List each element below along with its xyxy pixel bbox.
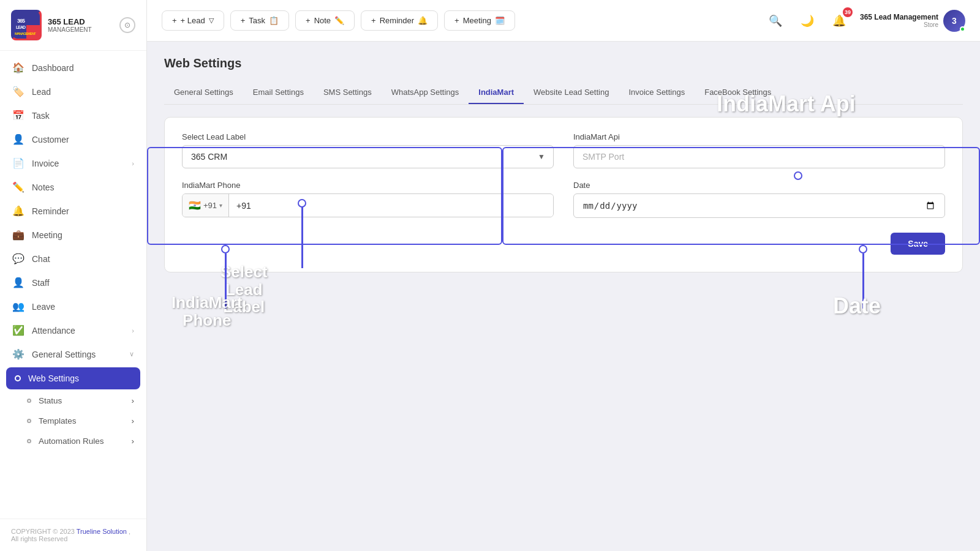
add-meeting-label: Meeting <box>463 16 491 25</box>
sidebar-item-task[interactable]: 📅 Task <box>0 103 146 127</box>
sidebar-item-label: Dashboard <box>32 63 74 73</box>
chevron-right-icon: › <box>132 327 134 334</box>
sidebar-item-notes[interactable]: ✏️ Notes <box>0 175 146 199</box>
status-dot-icon <box>27 399 31 403</box>
select-lead-dropdown[interactable]: 365 CRM <box>182 145 554 168</box>
sidebar-item-customer[interactable]: 👤 Customer <box>0 127 146 151</box>
customer-icon: 👤 <box>12 133 24 145</box>
staff-icon: 👤 <box>12 277 24 288</box>
tab-email[interactable]: Email Settings <box>243 81 314 104</box>
lead-icon: 🏷️ <box>12 86 24 97</box>
add-reminder-label: Reminder <box>380 16 414 25</box>
select-lead-wrapper: 365 CRM ▼ <box>182 145 554 168</box>
sidebar-item-chat[interactable]: 💬 Chat <box>0 247 146 271</box>
svg-text:MANAGEMENT: MANAGEMENT <box>15 32 36 36</box>
sidebar-item-reminder[interactable]: 🔔 Reminder <box>0 199 146 223</box>
sidebar-item-label: Task <box>32 111 50 121</box>
sidebar-item-label: Lead <box>32 87 51 97</box>
save-button[interactable]: Save <box>891 233 945 255</box>
notes-icon: ✏️ <box>12 181 24 193</box>
sidebar: 365 LEAD MANAGEMENT 365 LEAD MANAGEMENT … <box>0 0 147 551</box>
copyright-text: COPYRIGHT © 2023 <box>11 528 75 535</box>
phone-input[interactable] <box>229 195 553 217</box>
theme-toggle-button[interactable]: 🌙 <box>796 10 818 32</box>
sidebar-item-label: General Settings <box>32 350 96 359</box>
sidebar-item-label: Leave <box>32 302 55 312</box>
web-settings-icon <box>15 375 21 381</box>
tab-sms[interactable]: SMS Settings <box>314 81 382 104</box>
sidebar-item-label: Status <box>39 396 62 405</box>
task-icon: 📅 <box>12 110 24 121</box>
page-title: Web Settings <box>164 56 963 70</box>
tab-facebook[interactable]: FaceBook Settings <box>695 81 781 104</box>
sidebar-item-automation-rules[interactable]: Automation Rules › <box>0 431 146 451</box>
sidebar-item-label: Reminder <box>32 206 69 216</box>
settings-icon: ⚙️ <box>12 348 24 360</box>
sidebar-item-label: Customer <box>32 135 69 144</box>
tab-indiamart[interactable]: IndiaMart <box>469 81 524 104</box>
sidebar-item-attendance[interactable]: ✅ Attendance › <box>0 318 146 342</box>
sidebar-nav: 🏠 Dashboard 🏷️ Lead 📅 Task 👤 Customer 📄 … <box>0 51 146 519</box>
chat-icon: 💬 <box>12 253 24 264</box>
indiamart-api-label: IndiaMart Api <box>573 132 945 141</box>
annotation-label-phone: IndiaMartPhone <box>172 294 243 329</box>
user-info[interactable]: 365 Lead Management Store 3 <box>860 10 965 32</box>
sidebar-logo: 365 LEAD MANAGEMENT 365 LEAD MANAGEMENT … <box>0 0 146 51</box>
add-reminder-button[interactable]: + Reminder 🔔 <box>361 10 438 31</box>
sidebar-item-label: Web Settings <box>28 373 79 383</box>
add-lead-label: + Lead <box>181 16 205 25</box>
edit-icon: ✏️ <box>334 16 344 25</box>
flag-chevron-icon: ▾ <box>219 202 222 209</box>
sidebar-item-label: Attendance <box>32 326 75 335</box>
company-link[interactable]: Trueline Solution <box>77 528 127 535</box>
phone-flag[interactable]: 🇮🇳 +91 ▾ <box>183 194 229 217</box>
chevron-down-icon: ∨ <box>129 350 134 358</box>
sidebar-item-staff[interactable]: 👤 Staff <box>0 271 146 294</box>
sidebar-item-dashboard[interactable]: 🏠 Dashboard <box>0 56 146 80</box>
tab-website-lead[interactable]: Website Lead Setting <box>524 81 619 104</box>
sidebar-settings-icon[interactable]: ⊙ <box>119 17 135 33</box>
filter-icon: ▽ <box>209 17 214 24</box>
user-store: Store <box>860 21 938 28</box>
sidebar-item-status[interactable]: Status › <box>0 391 146 411</box>
date-label: Date <box>573 181 945 190</box>
indiamart-phone-label: IndiaMart Phone <box>182 181 554 190</box>
date-input[interactable] <box>573 193 945 218</box>
avatar-online-indicator <box>960 26 965 32</box>
sidebar-item-leave[interactable]: 👥 Leave <box>0 294 146 318</box>
sidebar-item-meeting[interactable]: 💼 Meeting <box>0 223 146 247</box>
add-task-button[interactable]: + Task 📋 <box>230 10 289 31</box>
sidebar-item-label: Automation Rules <box>39 437 104 446</box>
indiamart-phone-group: IndiaMart Phone 🇮🇳 +91 ▾ <box>182 181 554 218</box>
add-lead-button[interactable]: + + Lead ▽ <box>162 10 224 31</box>
annotation-label-date: Date <box>833 294 881 318</box>
plus-icon: + <box>371 16 376 25</box>
search-button[interactable]: 🔍 <box>764 10 786 32</box>
chevron-right-icon: › <box>132 160 134 167</box>
tab-invoice[interactable]: Invoice Settings <box>619 81 695 104</box>
add-meeting-button[interactable]: + Meeting 🗓️ <box>444 10 515 31</box>
home-icon: 🏠 <box>12 62 24 73</box>
tab-general[interactable]: General Settings <box>164 81 243 104</box>
select-lead-label-group: Select Lead Label 365 CRM ▼ <box>182 132 554 168</box>
svg-text:365: 365 <box>17 18 25 24</box>
sidebar-item-label: Invoice <box>32 159 59 168</box>
attendance-icon: ✅ <box>12 324 24 336</box>
sidebar-item-lead[interactable]: 🏷️ Lead <box>0 80 146 103</box>
sidebar-item-web-settings[interactable]: Web Settings <box>6 367 140 389</box>
sidebar-item-templates[interactable]: Templates › <box>0 411 146 431</box>
indiamart-api-input[interactable] <box>573 145 945 168</box>
select-lead-label: Select Lead Label <box>182 132 554 141</box>
plus-icon: + <box>172 16 177 25</box>
plus-icon: + <box>454 16 459 25</box>
user-name: 365 Lead Management <box>860 13 938 21</box>
tab-whatsapp[interactable]: WhatsApp Settings <box>382 81 469 104</box>
form-grid: Select Lead Label 365 CRM ▼ IndiaMart Ap… <box>182 132 945 218</box>
sidebar-item-invoice[interactable]: 📄 Invoice › <box>0 151 146 175</box>
sidebar-item-general-settings[interactable]: ⚙️ General Settings ∨ <box>0 342 146 366</box>
notification-button[interactable]: 🔔 39 <box>828 10 850 32</box>
add-note-button[interactable]: + Note ✏️ <box>295 10 355 31</box>
chevron-right-icon: › <box>132 416 135 425</box>
automation-dot-icon <box>27 439 31 443</box>
phone-code: +91 <box>203 201 217 210</box>
